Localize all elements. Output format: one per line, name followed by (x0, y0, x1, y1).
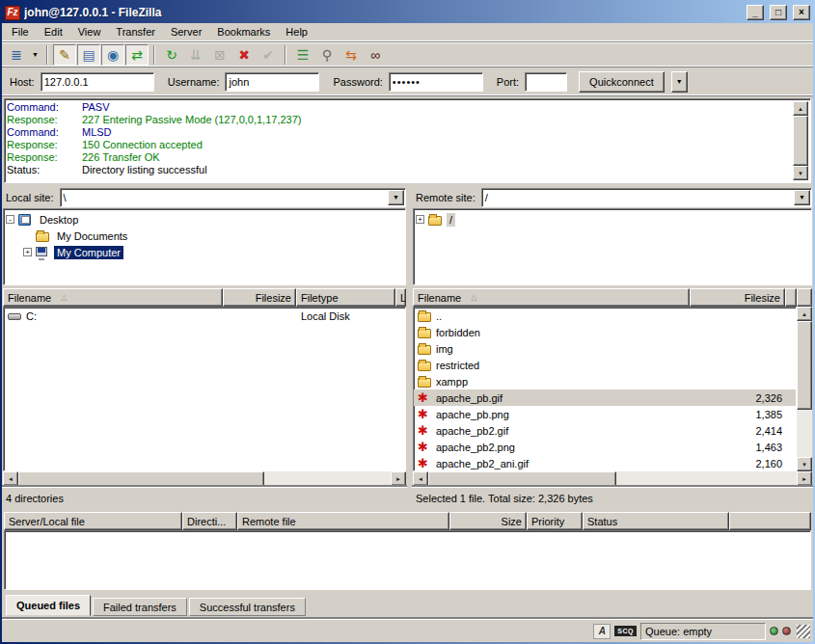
remote-h-scrollbar[interactable]: ◄ ► (413, 471, 812, 487)
toolbar-separator (285, 45, 286, 65)
column-header-filesize[interactable]: Filesize (690, 288, 785, 307)
file-row[interactable]: ✱apache_pb2_ani.gif2,160 (414, 455, 796, 471)
tab-failed-transfers[interactable]: Failed transfers (93, 598, 187, 616)
local-file-list[interactable]: C:Local Disk (3, 307, 406, 471)
file-row[interactable]: C:Local Disk (4, 308, 405, 324)
scroll-right-icon[interactable]: ► (797, 471, 812, 486)
scroll-down-icon[interactable]: ▼ (793, 166, 808, 180)
menu-item-bookmarks[interactable]: Bookmarks (209, 24, 278, 40)
disconnect-button[interactable]: ✖ (232, 44, 256, 66)
local-directory-tree[interactable]: -Desktop My Documents+My Computer (3, 208, 406, 285)
column-header-server-local-file[interactable]: Server/Local file (4, 512, 182, 530)
local-tree-item[interactable]: +My Computer (6, 244, 403, 260)
tab-queued-files[interactable]: Queued files (6, 595, 91, 616)
column-header-size[interactable]: Size (449, 512, 527, 530)
message-log-body[interactable]: Command:PASVResponse:227 Entering Passiv… (7, 101, 793, 180)
column-header-label: Status (587, 516, 617, 527)
log-scrollbar[interactable]: ▲ ▼ (793, 101, 808, 180)
chevron-down-icon[interactable]: ▼ (794, 190, 810, 205)
scroll-left-icon[interactable]: ◄ (413, 471, 428, 486)
file-search-button[interactable]: ⚲ (315, 44, 339, 66)
local-h-scrollbar[interactable]: ◄ ► (3, 471, 406, 487)
remote-tree-item[interactable]: +/ (416, 211, 809, 228)
file-row[interactable]: ✱apache_pb2.png1,463 (414, 439, 796, 455)
local-site-combo[interactable]: \ ▼ (60, 188, 406, 207)
tree-expander-icon[interactable]: + (23, 248, 32, 256)
column-header-filename[interactable]: Filename△ (413, 288, 690, 307)
file-row[interactable]: .. (414, 308, 796, 324)
maximize-button[interactable]: □ (770, 5, 787, 20)
file-cell-text: apache_pb.png (436, 409, 509, 420)
site-manager-button-dropdown[interactable]: ▼ (29, 44, 41, 66)
scroll-left-icon[interactable]: ◄ (3, 471, 18, 486)
local-h-scrollbar-thumb[interactable] (18, 471, 264, 487)
toggle-remote-tree-button[interactable]: ◉ (101, 44, 124, 66)
file-row[interactable]: forbidden (414, 324, 796, 340)
remote-h-scrollbar-thumb[interactable] (428, 471, 616, 487)
column-header-filesize[interactable]: Filesize (223, 288, 296, 307)
file-cell-text: C: (26, 310, 37, 322)
remote-file-list[interactable]: ..forbiddenimgrestrictedxampp✱apache_pb.… (413, 307, 797, 471)
refresh-button[interactable]: ↻ (160, 44, 183, 66)
scroll-up-icon[interactable]: ▲ (793, 101, 808, 116)
column-header-status[interactable]: Status (583, 512, 729, 530)
toggle-local-tree-button[interactable]: ▤ (77, 44, 100, 66)
toggle-queue-button[interactable]: ⇄ (125, 44, 149, 66)
chevron-down-icon[interactable]: ▼ (388, 190, 404, 205)
column-header-l[interactable]: L (395, 288, 406, 307)
menu-item-edit[interactable]: Edit (37, 24, 70, 40)
tree-expander-icon[interactable]: - (6, 215, 14, 224)
file-row[interactable]: xampp (414, 373, 796, 389)
filter-button[interactable]: ☰ (291, 44, 314, 66)
quickconnect-dropdown-button[interactable]: ▼ (671, 71, 688, 93)
close-button[interactable]: × (793, 5, 810, 20)
file-row[interactable]: ✱apache_pb.gif2,326 (414, 389, 796, 406)
toggle-message-log-button[interactable]: ✎ (53, 44, 76, 66)
menu-item-help[interactable]: Help (278, 24, 315, 40)
menu-item-transfer[interactable]: Transfer (108, 24, 163, 40)
site-manager-button[interactable]: ≣ (5, 44, 28, 66)
file-row[interactable]: ✱apache_pb2.gif2,414 (414, 422, 796, 439)
local-pane: Local site: \ ▼ -Desktop My Documents+My… (2, 186, 407, 285)
synchronized-browsing-button[interactable]: ∞ (364, 44, 387, 66)
scroll-down-icon[interactable]: ▼ (797, 457, 812, 471)
log-scrollbar-thumb[interactable] (793, 116, 808, 166)
remote-v-scrollbar-thumb[interactable] (797, 321, 812, 410)
minimize-button[interactable]: _ (747, 5, 764, 20)
file-row[interactable]: restricted (414, 357, 796, 373)
column-header-remote-file[interactable]: Remote file (237, 512, 449, 530)
transfer-type-icon[interactable]: A (593, 624, 611, 639)
username-input[interactable] (225, 72, 319, 92)
remote-site-combo[interactable]: / ▼ (481, 188, 812, 207)
column-header-label: Size (502, 516, 522, 527)
column-header-filename[interactable]: Filename△ (3, 288, 223, 307)
menu-item-view[interactable]: View (70, 24, 109, 40)
scroll-up-icon[interactable]: ▲ (797, 307, 812, 321)
directory-comparison-button[interactable]: ⇆ (340, 44, 363, 66)
tab-successful-transfers[interactable]: Successful transfers (189, 598, 306, 616)
host-input[interactable] (41, 72, 154, 92)
file-row[interactable]: ✱apache_pb.png1,385 (414, 406, 796, 422)
remote-directory-tree[interactable]: +/ (413, 208, 812, 285)
transfer-queue-list[interactable] (4, 530, 811, 590)
column-header-directi-[interactable]: Directi... (182, 512, 237, 530)
quickconnect-button[interactable]: Quickconnect (579, 71, 665, 93)
title-bar[interactable]: Fz john@127.0.0.1 - FileZilla _ □ × (2, 2, 813, 23)
menu-item-file[interactable]: File (4, 24, 37, 40)
speed-limit-icon[interactable]: SCQ (614, 626, 637, 636)
port-input[interactable] (525, 72, 567, 92)
column-header-filler[interactable] (729, 512, 811, 530)
local-tree-item[interactable]: -Desktop (6, 211, 403, 228)
tree-expander-icon[interactable]: + (416, 215, 424, 224)
menu-item-server[interactable]: Server (163, 24, 209, 40)
password-input[interactable] (389, 72, 483, 92)
column-header-filler[interactable] (785, 288, 797, 307)
file-row[interactable]: img (414, 340, 796, 357)
log-entry-text: 226 Transfer OK (82, 151, 160, 164)
remote-v-scrollbar[interactable]: ▲ ▼ (797, 307, 812, 471)
column-header-priority[interactable]: Priority (527, 512, 583, 530)
scroll-right-icon[interactable]: ► (391, 471, 406, 486)
resize-grip[interactable] (797, 625, 810, 638)
local-tree-item[interactable]: My Documents (6, 228, 403, 244)
column-header-filetype[interactable]: Filetype (296, 288, 395, 307)
